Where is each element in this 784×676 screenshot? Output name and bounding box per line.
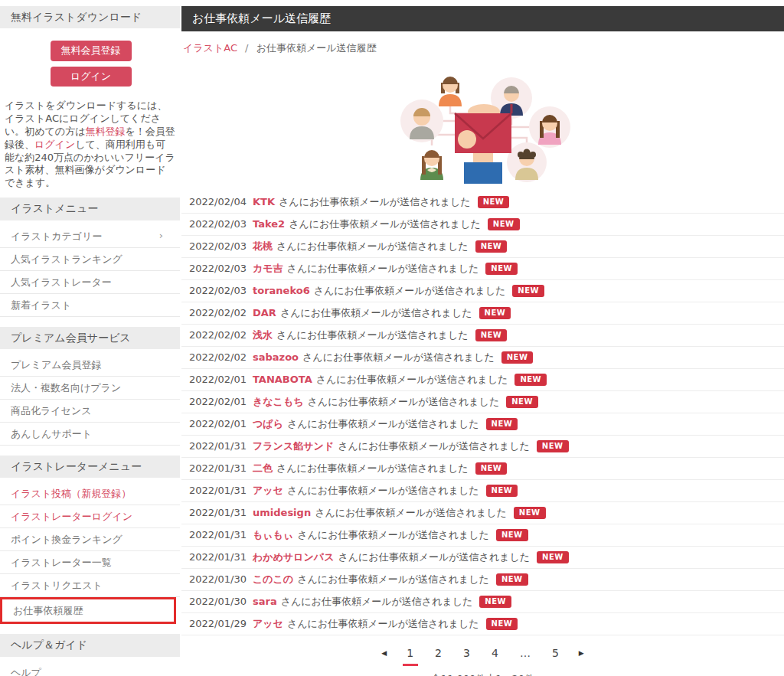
sidebar-item-label: ヘルプ — [11, 667, 41, 676]
history-row: 2022/02/02sabazooさんにお仕事依頼メールが送信されましたNEW — [181, 347, 784, 369]
sidebar-item[interactable]: イラストカテゴリー› — [0, 225, 180, 248]
illustrator-name-link[interactable]: 二色 — [253, 462, 273, 475]
entry-date: 2022/01/31 — [181, 507, 253, 518]
entry-message: さんにお仕事依頼メールが送信されました — [280, 306, 472, 320]
illustrator-name-link[interactable]: umidesign — [253, 507, 311, 518]
sidebar-description: イラストをダウンロードするには、イラストACにログインしてください。初めての方は… — [0, 95, 181, 198]
entry-message: さんにお仕事依頼メールが送信されました — [289, 217, 481, 231]
illustrator-name-link[interactable]: toraneko6 — [253, 285, 310, 296]
sidebar-item[interactable]: イラストリクエスト — [0, 574, 180, 597]
pagination-ellipsis: … — [517, 645, 534, 666]
history-row: 2022/01/29アッセさんにお仕事依頼メールが送信されましたNEW — [181, 613, 784, 635]
entry-message: さんにお仕事依頼メールが送信されました — [287, 262, 479, 276]
new-badge: NEW — [486, 485, 518, 497]
entry-message: さんにお仕事依頼メールが送信されました — [287, 617, 479, 631]
illustrator-name-link[interactable]: Take2 — [253, 218, 285, 230]
sidebar-item[interactable]: プレミアム会員登録 — [0, 354, 180, 377]
entry-date: 2022/02/03 — [181, 218, 253, 230]
pagination-page[interactable]: 3 — [460, 645, 473, 666]
illustrator-name-link[interactable]: アッセ — [253, 617, 283, 631]
illustrator-name-link[interactable]: つぱら — [253, 417, 283, 431]
sidebar-item-label: お仕事依頼履歴 — [13, 605, 83, 616]
entry-date: 2022/01/31 — [181, 485, 253, 496]
sidebar-item[interactable]: 人気イラストレーター — [0, 271, 180, 294]
pagination-page[interactable]: 5 — [549, 645, 562, 666]
history-row: 2022/02/01TANABOTAさんにお仕事依頼メールが送信されましたNEW — [181, 369, 784, 391]
chevron-right-icon: › — [159, 230, 163, 240]
history-row: 2022/02/04KTKさんにお仕事依頼メールが送信されましたNEW — [181, 191, 784, 214]
illustrator-name-link[interactable]: フランス餡サンド — [253, 439, 334, 453]
entry-date: 2022/02/01 — [181, 418, 253, 429]
sidebar-item[interactable]: ヘルプ — [0, 661, 180, 676]
new-badge: NEW — [496, 529, 528, 541]
sidebar-item-label: プレミアム会員登録 — [11, 359, 102, 371]
total-count: 全11,000件中1 - 20件 — [181, 672, 784, 676]
sidebar-item-label: 商品化ライセンス — [11, 405, 92, 416]
sidebar-item[interactable]: 新着イラスト — [0, 294, 180, 317]
entry-message: さんにお仕事依頼メールが送信されました — [276, 462, 469, 475]
entry-message: さんにお仕事依頼メールが送信されました — [315, 506, 507, 520]
entry-message: さんにお仕事依頼メールが送信されました — [297, 573, 489, 586]
entry-message: さんにお仕事依頼メールが送信されました — [276, 240, 469, 253]
illustrator-name-link[interactable]: きなこもち — [253, 395, 304, 409]
sidebar-section-header: イラストメニュー — [0, 198, 180, 220]
history-row: 2022/02/01きなこもちさんにお仕事依頼メールが送信されましたNEW — [181, 391, 784, 413]
new-badge: NEW — [537, 551, 569, 563]
entry-date: 2022/02/01 — [181, 374, 253, 385]
illustrator-name-link[interactable]: TANABOTA — [253, 374, 312, 385]
illustrator-name-link[interactable]: カモ吉 — [253, 262, 283, 276]
illustrator-name-link[interactable]: アッセ — [253, 484, 283, 498]
illustrator-name-link[interactable]: 浅水 — [253, 328, 273, 342]
illustrator-name-link[interactable]: 花桃 — [253, 240, 273, 253]
sidebar-section-list: イラスト投稿（新規登録）イラストレーターログインポイント換金ランキングイラストレ… — [0, 482, 181, 624]
new-badge: NEW — [537, 440, 569, 452]
history-row: 2022/02/02DARさんにお仕事依頼メールが送信されましたNEW — [181, 302, 784, 325]
entry-message: さんにお仕事依頼メールが送信されました — [316, 373, 508, 387]
history-row: 2022/01/30saraさんにお仕事依頼メールが送信されましたNEW — [181, 591, 784, 613]
pagination-prev-icon[interactable]: ◀ — [381, 649, 387, 657]
breadcrumb-home-link[interactable]: イラストAC — [183, 42, 237, 54]
pagination-page[interactable]: 4 — [488, 645, 501, 666]
sidebar-item-label: イラスト投稿（新規登録） — [11, 488, 131, 499]
pagination-next-icon[interactable]: ▶ — [579, 649, 584, 657]
sidebar-item[interactable]: イラストレーター一覧 — [0, 551, 180, 574]
new-badge: NEW — [496, 573, 528, 586]
sidebar-item[interactable]: 法人・複数名向けプラン — [0, 377, 180, 400]
pagination: ◀1234…5▶ — [181, 645, 784, 666]
sidebar-item[interactable]: お仕事依頼履歴 — [0, 597, 176, 624]
sidebar-inline-link[interactable]: ログイン — [34, 139, 75, 150]
new-badge: NEW — [506, 396, 538, 408]
sidebar-item[interactable]: あんしんサポート — [0, 423, 180, 446]
mail-illustration — [387, 67, 579, 184]
signup-button[interactable]: 無料会員登録 — [51, 41, 132, 60]
sidebar-item-label: 新着イラスト — [11, 299, 71, 311]
entry-date: 2022/01/31 — [181, 440, 253, 452]
new-badge: NEW — [479, 596, 511, 608]
illustrator-name-link[interactable]: このこの — [253, 573, 293, 586]
entry-date: 2022/02/02 — [181, 351, 253, 363]
illustrator-name-link[interactable]: DAR — [253, 307, 276, 318]
sidebar-item[interactable]: 人気イラストランキング — [0, 248, 180, 271]
history-row: 2022/01/30このこのさんにお仕事依頼メールが送信されましたNEW — [181, 569, 784, 591]
sidebar-item[interactable]: イラスト投稿（新規登録） — [0, 482, 180, 505]
pagination-page[interactable]: 1 — [403, 645, 416, 666]
sidebar-item[interactable]: イラストレーターログイン — [0, 505, 180, 528]
illustrator-name-link[interactable]: sara — [253, 596, 277, 607]
login-button[interactable]: ログイン — [51, 67, 132, 87]
illustrator-name-link[interactable]: KTK — [253, 196, 275, 207]
entry-message: さんにお仕事依頼メールが送信されました — [279, 195, 471, 209]
entry-message: さんにお仕事依頼メールが送信されました — [281, 595, 473, 609]
sidebar-item-label: 人気イラストランキング — [11, 253, 122, 265]
illustrator-name-link[interactable]: もぃもぃ — [253, 528, 293, 542]
sidebar-item-label: イラストレーター一覧 — [11, 557, 112, 568]
sidebar-item[interactable]: ポイント換金ランキング — [0, 528, 180, 551]
entry-date: 2022/01/30 — [181, 596, 253, 607]
sidebar-menu: イラストメニューイラストカテゴリー›人気イラストランキング人気イラストレーター新… — [0, 198, 181, 676]
sidebar-item-label: 人気イラストレーター — [11, 276, 112, 288]
illustrator-name-link[interactable]: わかめサロンパス — [253, 550, 334, 564]
illustrator-name-link[interactable]: sabazoo — [253, 351, 299, 363]
pagination-page[interactable]: 2 — [432, 645, 445, 666]
sidebar-inline-link[interactable]: 無料登録 — [86, 126, 126, 137]
breadcrumb-current: お仕事依頼メール送信履歴 — [256, 42, 377, 54]
sidebar-item[interactable]: 商品化ライセンス — [0, 400, 180, 423]
